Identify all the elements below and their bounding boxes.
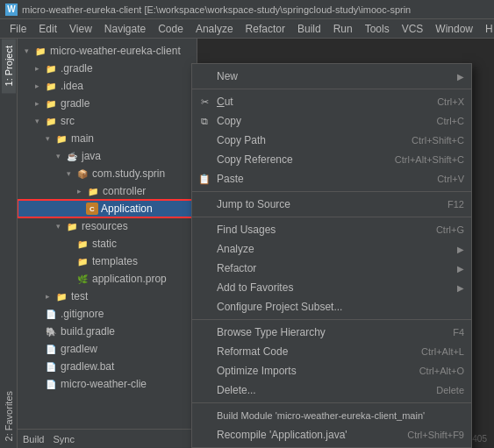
jumptosrc-icon <box>197 197 211 211</box>
test-label: test <box>71 290 88 302</box>
folder-icon: 📁 <box>54 132 68 146</box>
favorites-tab[interactable]: 2: Favorites <box>2 384 16 448</box>
tree-templates[interactable]: 📁 templates <box>18 252 197 270</box>
tree-buildgradle[interactable]: 🐘 build.gradle <box>18 323 197 340</box>
menu-vcs[interactable]: VCS <box>396 21 430 37</box>
arrow-res <box>56 222 65 231</box>
title-bar: W micro-weather-eureka-client [E:\worksp… <box>0 0 494 19</box>
ctx-refactor-arrow: ▶ <box>457 264 464 274</box>
menu-code[interactable]: Code <box>152 21 190 37</box>
build-label[interactable]: Build <box>23 434 44 444</box>
tree-microweather[interactable]: 📄 micro-weather-clie <box>18 375 197 393</box>
folder-icon: 📁 <box>65 219 79 233</box>
ctx-new-arrow: ▶ <box>457 72 464 82</box>
tree-gradle2[interactable]: 📁 gradle <box>18 95 197 112</box>
file-icon: 📄 <box>44 307 58 321</box>
sep1 <box>192 89 471 89</box>
side-tabs: 1: Project 2: Favorites <box>0 39 18 448</box>
tree-gradlewbat[interactable]: 📄 gradlew.bat <box>18 358 197 375</box>
ctx-jumptosrc[interactable]: Jump to Source F12 <box>192 195 471 214</box>
ctx-addtofav-label: Add to Favorites <box>217 281 448 294</box>
menu-window[interactable]: Window <box>429 21 479 37</box>
menu-analyze[interactable]: Analyze <box>190 21 240 37</box>
menu-edit[interactable]: Edit <box>32 21 63 37</box>
ctx-paste-label: Paste <box>217 173 419 185</box>
ctx-reformatcode-label: Reformat Code <box>217 345 404 358</box>
tree-gitignore[interactable]: 📄 .gitignore <box>18 305 197 323</box>
tree-java[interactable]: ☕ java <box>18 147 197 165</box>
ctx-refactor[interactable]: Refactor ▶ <box>192 259 471 278</box>
tree-package[interactable]: 📦 com.study.sprin <box>18 165 197 182</box>
copyref-icon <box>197 153 211 167</box>
ctx-analyze[interactable]: Analyze ▶ <box>192 239 471 259</box>
ctx-delete-shortcut: Delete <box>436 385 464 395</box>
project-tab[interactable]: 1: Project <box>2 39 16 93</box>
tree-static[interactable]: 📁 static <box>18 235 197 252</box>
ctx-recompile-label: Recompile 'Application.java' <box>217 429 390 441</box>
gradlew-label: gradlew <box>61 343 97 355</box>
menu-file[interactable]: File <box>4 21 32 37</box>
ctx-browsehierarchy-label: Browse Type Hierarchy <box>217 326 435 338</box>
ctx-cut[interactable]: ✂ Cut Ctrl+X <box>192 92 471 111</box>
ctx-buildmodule[interactable]: Build Module 'micro-weather-eureka-clien… <box>192 406 471 425</box>
ctx-delete-label: Delete... <box>217 384 419 396</box>
tree-idea[interactable]: 📁 .idea <box>18 77 197 95</box>
tree-appprop[interactable]: 🌿 application.prop <box>18 270 197 288</box>
title-text: micro-weather-eureka-client [E:\workspac… <box>22 4 411 15</box>
analyze-icon <box>197 242 211 256</box>
buildgradle-label: build.gradle <box>61 325 115 338</box>
tree-controller[interactable]: 📁 controller <box>18 182 197 200</box>
gitignore-label: .gitignore <box>61 308 104 320</box>
project-panel: 1: Project 2: Favorites 📁 micro-weather-… <box>0 39 197 448</box>
ctx-copypath[interactable]: Copy Path Ctrl+Shift+C <box>192 131 471 150</box>
tree-application[interactable]: C Application <box>18 200 197 217</box>
sync-label[interactable]: Sync <box>53 434 74 444</box>
ctx-copy[interactable]: ⧉ Copy Ctrl+C <box>192 111 471 131</box>
app-icon: W <box>5 4 18 16</box>
addtofav-icon <box>197 281 211 295</box>
menu-view[interactable]: View <box>63 21 98 37</box>
ctx-findusages-label: Find Usages <box>217 224 419 236</box>
cut-icon: ✂ <box>197 95 211 109</box>
recompile-icon <box>197 428 211 442</box>
arrow-gradle2 <box>35 99 44 108</box>
ctx-configsubset[interactable]: Configure Project Subset... <box>192 297 471 316</box>
appprop-label: application.prop <box>92 273 167 285</box>
arrow-java <box>56 152 65 160</box>
ctx-reformatcode[interactable]: Reformat Code Ctrl+Alt+L <box>192 342 471 361</box>
tree-test[interactable]: 📁 test <box>18 288 197 305</box>
menu-build[interactable]: Build <box>291 21 327 37</box>
ctx-recompile[interactable]: Recompile 'Application.java' Ctrl+Shift+… <box>192 425 471 444</box>
tree-main[interactable]: 📁 main <box>18 130 197 147</box>
tree-root[interactable]: 📁 micro-weather-eureka-client <box>18 42 197 60</box>
menu-refactor[interactable]: Refactor <box>240 21 291 37</box>
menu-navigate[interactable]: Navigate <box>98 21 152 37</box>
tree-gradle[interactable]: 📁 .gradle <box>18 60 197 77</box>
ctx-findusages[interactable]: Find Usages Ctrl+G <box>192 220 471 239</box>
context-menu: New ▶ ✂ Cut Ctrl+X ⧉ Copy Ctrl+C Copy Pa… <box>191 63 472 448</box>
package-label: com.study.sprin <box>92 167 165 180</box>
menu-tools[interactable]: Tools <box>359 21 396 37</box>
tree-resources[interactable]: 📁 resources <box>18 217 197 235</box>
idea-label: .idea <box>61 80 83 92</box>
arrow-root <box>25 46 33 55</box>
ctx-paste[interactable]: 📋 Paste Ctrl+V <box>192 169 471 188</box>
ctx-browsehierarchy[interactable]: Browse Type Hierarchy F4 <box>192 323 471 342</box>
ctx-delete[interactable]: Delete... Delete <box>192 380 471 400</box>
bottom-bar: Build Sync <box>18 429 197 448</box>
ctx-optimizeimports[interactable]: Optimize Imports Ctrl+Alt+O <box>192 361 471 380</box>
menu-run[interactable]: Run <box>327 21 359 37</box>
tree-src[interactable]: 📁 src <box>18 112 197 130</box>
menu-help[interactable]: H <box>479 21 494 37</box>
ctx-copy-shortcut: Ctrl+C <box>437 116 464 126</box>
ctx-new[interactable]: New ▶ <box>192 67 471 86</box>
ctx-copyref[interactable]: Copy Reference Ctrl+Alt+Shift+C <box>192 150 471 169</box>
ctx-addtofav[interactable]: Add to Favorites ▶ <box>192 278 471 297</box>
gradle-icon: 🐘 <box>44 324 58 338</box>
ctx-jumptosrc-shortcut: F12 <box>447 199 464 210</box>
optimize-icon <box>197 364 211 378</box>
tree-gradlew[interactable]: 📄 gradlew <box>18 340 197 358</box>
static-label: static <box>92 238 117 250</box>
ctx-cut-label: Cut <box>217 96 419 108</box>
arrow-test <box>46 292 54 301</box>
